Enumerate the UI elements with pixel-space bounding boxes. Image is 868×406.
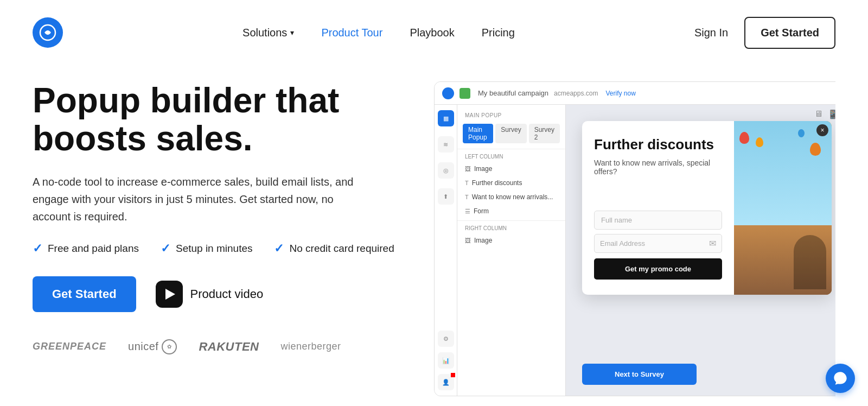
hero-subtitle: A no-code tool to increase e-commerce sa… bbox=[33, 173, 358, 225]
sign-in-link[interactable]: Sign In bbox=[694, 27, 728, 39]
panel-tabs: Main Popup Survey Survey 2 bbox=[457, 120, 565, 147]
panel-item-image-label: Image bbox=[474, 165, 492, 173]
popup-cta-button[interactable]: Get my promo code bbox=[594, 258, 722, 280]
sidebar-icon-analytics[interactable]: 📊 bbox=[438, 352, 454, 369]
check-label-1: Free and paid plans bbox=[48, 243, 139, 255]
monitor-icon[interactable]: 🖥 bbox=[814, 109, 823, 119]
unicef-circle-icon: ✿ bbox=[162, 339, 177, 354]
header: Solutions ▾ Product Tour Playbook Pricin… bbox=[0, 0, 868, 65]
unicef-logo: unicef ✿ bbox=[128, 339, 177, 354]
product-video-label: Product video bbox=[190, 287, 264, 301]
sidebar-icon-leads[interactable]: 👤 bbox=[438, 374, 454, 390]
campaign-url: acmeapps.com bbox=[554, 90, 598, 97]
balloon-2 bbox=[756, 137, 763, 147]
check-setup: ✓ Setup in minutes bbox=[161, 242, 253, 256]
wienerberger-logo: wienerberger bbox=[280, 341, 341, 352]
header-actions: Sign In Get Started bbox=[694, 17, 835, 49]
form-icon: ☰ bbox=[465, 208, 470, 215]
panel-tab-survey[interactable]: Survey bbox=[495, 124, 526, 143]
campaign-name: My beautiful campaign bbox=[478, 89, 548, 97]
popup-background-image bbox=[734, 121, 832, 295]
panel-divider-2 bbox=[457, 220, 565, 221]
popup-left: Further discounts Want to know new arriv… bbox=[582, 121, 734, 295]
app-mockup: My beautiful campaign acmeapps.com Verif… bbox=[434, 81, 835, 396]
chat-bubble-button[interactable] bbox=[826, 364, 855, 393]
image-icon-2: 🖼 bbox=[465, 237, 471, 244]
panel-item-form-label: Form bbox=[474, 207, 489, 215]
popup-email-placeholder: Email Address bbox=[600, 234, 709, 252]
chevron-down-icon: ▾ bbox=[290, 28, 294, 37]
next-survey-button[interactable]: Next to Survey bbox=[582, 364, 697, 385]
text-icon-2: T bbox=[465, 194, 469, 200]
check-label-2: Setup in minutes bbox=[176, 243, 253, 255]
greenpeace-logo: GREENPEACE bbox=[33, 341, 106, 352]
popup-close-button[interactable]: × bbox=[816, 124, 828, 136]
device-icons: 🖥 📱 bbox=[814, 109, 835, 119]
mobile-icon[interactable]: 📱 bbox=[827, 109, 835, 119]
hero-right: My beautiful campaign acmeapps.com Verif… bbox=[434, 76, 835, 406]
balloon-4 bbox=[798, 129, 805, 137]
logo[interactable] bbox=[33, 17, 63, 48]
panel-divider-1 bbox=[457, 149, 565, 149]
panel-tab-main-popup[interactable]: Main Popup bbox=[463, 124, 493, 143]
popup-preview: Further discounts Want to know new arriv… bbox=[582, 121, 832, 295]
panel-item-right-image-label: Image bbox=[474, 237, 492, 244]
panel-item-arrivals[interactable]: T Want to know new arrivals... bbox=[457, 190, 565, 204]
popup-fullname-input[interactable]: Full name bbox=[594, 211, 722, 230]
cta-row: Get Started Product video bbox=[33, 276, 412, 312]
panel-tab-survey2[interactable]: Survey 2 bbox=[529, 124, 560, 143]
panel-right-col-label: RIGHT COLUMN bbox=[457, 223, 565, 233]
check-icon-3: ✓ bbox=[274, 242, 284, 256]
rakuten-logo: Rakuten bbox=[199, 340, 259, 354]
balloon-3 bbox=[810, 143, 821, 156]
sidebar-icon-publish[interactable]: ⬆ bbox=[438, 188, 454, 205]
hero-title: Popup builder that boosts sales. bbox=[33, 81, 412, 158]
play-triangle bbox=[165, 289, 175, 300]
popup-title: Further discounts bbox=[594, 136, 722, 153]
nav-playbook[interactable]: Playbook bbox=[410, 27, 454, 39]
app-logo-small bbox=[442, 87, 454, 99]
app-body: ▦ ≋ ◎ ⬆ ⚙ 📊 👤 Main Popup Main Popup Su bbox=[435, 105, 835, 396]
sidebar-icon-settings[interactable]: ⚙ bbox=[438, 331, 454, 347]
check-no-credit: ✓ No credit card required bbox=[274, 242, 394, 256]
product-video-button[interactable]: Product video bbox=[156, 281, 264, 308]
main-nav: Solutions ▾ Product Tour Playbook Pricin… bbox=[242, 27, 515, 39]
balloon-1 bbox=[739, 132, 749, 144]
panel-item-right-image[interactable]: 🖼 Image bbox=[457, 233, 565, 248]
sidebar-icon-style[interactable]: ≋ bbox=[438, 136, 454, 153]
panel-item-discounts[interactable]: T Further discounts bbox=[457, 176, 565, 190]
panel-left-col-label: LEFT COLUMN bbox=[457, 151, 565, 162]
panel-item-arrivals-label: Want to know new arrivals... bbox=[472, 193, 553, 201]
email-envelope-icon: ✉ bbox=[709, 238, 716, 249]
sidebar-icon-playbooks[interactable]: ▦ bbox=[438, 110, 454, 126]
check-label-3: No credit card required bbox=[289, 243, 394, 255]
panel-section-label: Main Popup bbox=[457, 110, 565, 120]
campaign-icon bbox=[459, 88, 470, 99]
play-icon bbox=[156, 281, 183, 308]
panel-item-discounts-label: Further discounts bbox=[472, 179, 522, 187]
checkmarks: ✓ Free and paid plans ✓ Setup in minutes… bbox=[33, 242, 412, 256]
brand-logos: GREENPEACE unicef ✿ Rakuten wienerberger bbox=[33, 339, 412, 354]
main-content: Popup builder that boosts sales. A no-co… bbox=[0, 65, 868, 406]
popup-right-image: × bbox=[734, 121, 832, 295]
image-icon: 🖼 bbox=[465, 166, 471, 172]
app-topbar: My beautiful campaign acmeapps.com Verif… bbox=[435, 82, 835, 105]
panel-item-form[interactable]: ☰ Form bbox=[457, 204, 565, 218]
nav-pricing[interactable]: Pricing bbox=[482, 27, 515, 39]
popup-email-input-wrapper[interactable]: Email Address ✉ bbox=[594, 234, 722, 253]
app-sidebar-icons: ▦ ≋ ◎ ⬆ ⚙ 📊 👤 bbox=[435, 105, 457, 396]
app-canvas: 🖥 📱 Further discounts Want to know new a… bbox=[566, 105, 835, 396]
nav-product-tour[interactable]: Product Tour bbox=[321, 27, 382, 39]
header-get-started-button[interactable]: Get Started bbox=[744, 17, 835, 49]
person-silhouette bbox=[794, 235, 826, 289]
panel-item-image[interactable]: 🖼 Image bbox=[457, 162, 565, 176]
popup-subtitle: Want to know new arrivals, special offer… bbox=[594, 158, 722, 176]
check-icon-1: ✓ bbox=[33, 242, 42, 256]
hero-get-started-button[interactable]: Get Started bbox=[33, 276, 136, 312]
verify-link[interactable]: Verify now bbox=[605, 90, 635, 97]
sidebar-icon-segment[interactable]: ◎ bbox=[438, 162, 454, 179]
hero-left: Popup builder that boosts sales. A no-co… bbox=[33, 76, 412, 406]
sidebar-icon-settings-group: ⚙ 📊 👤 bbox=[438, 331, 454, 396]
nav-solutions[interactable]: Solutions ▾ bbox=[242, 27, 294, 39]
check-free-plans: ✓ Free and paid plans bbox=[33, 242, 139, 256]
